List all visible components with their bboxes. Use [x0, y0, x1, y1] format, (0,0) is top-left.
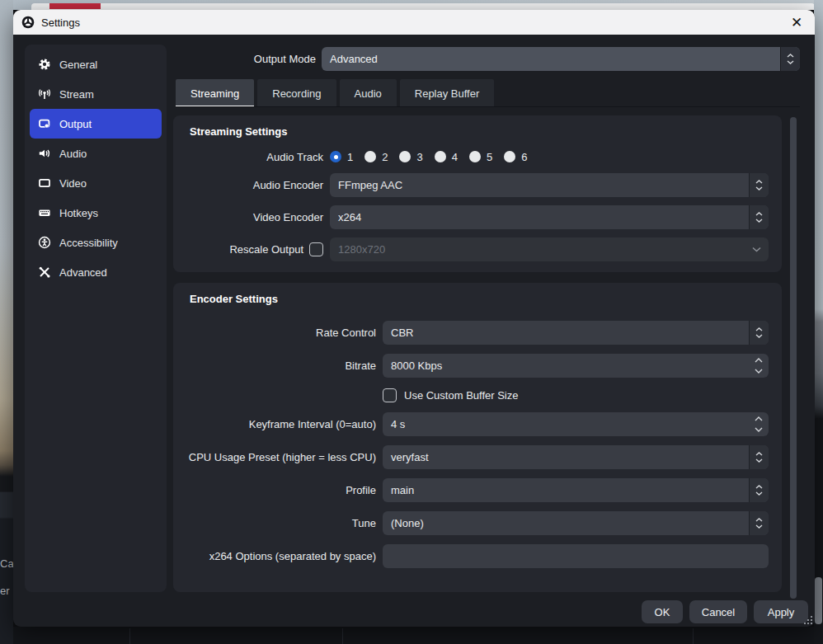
use-custom-buffer-checkbox[interactable] [383, 388, 397, 402]
obs-logo-icon [21, 16, 35, 29]
tune-select[interactable]: (None) [383, 511, 769, 535]
background-clipped-text: er [0, 585, 13, 597]
cancel-button[interactable]: Cancel [689, 600, 747, 623]
radio-selected-icon [330, 151, 341, 162]
x264-options-input[interactable] [383, 544, 769, 568]
spinner-icon [749, 321, 769, 345]
settings-dialog: Settings ✕ General [13, 10, 815, 627]
custom-buffer-row: Use Custom Buffer Size [181, 387, 769, 403]
rescale-output-row: Rescale Output 1280x720 [181, 237, 769, 261]
resize-grip[interactable] [805, 617, 812, 624]
spinner-icon [749, 445, 769, 469]
sidebar-item-hotkeys[interactable]: Hotkeys [30, 198, 162, 228]
radio-icon [399, 151, 411, 162]
keyframe-interval-row: Keyframe Interval (0=auto) 4 s [181, 412, 769, 436]
dialog-titlebar: Settings ✕ [13, 10, 815, 35]
radio-icon [435, 151, 446, 162]
ok-button[interactable]: OK [642, 600, 683, 623]
spinner-icon [749, 173, 769, 197]
rescale-resolution-select[interactable]: 1280x720 [330, 237, 769, 261]
audio-track-row: Audio Track 1 2 3 [181, 148, 769, 165]
settings-scrollbar[interactable] [790, 117, 797, 599]
audio-encoder-row: Audio Encoder FFmpeg AAC [181, 173, 769, 197]
x264-options-row: x264 Options (separated by space) [181, 544, 769, 568]
spinner-icon [780, 47, 800, 71]
output-tab-bar: Streaming Recording Audio Replay Buffer [176, 79, 494, 107]
audio-track-radio-2[interactable]: 2 [364, 151, 388, 163]
background-right-sliver [814, 0, 823, 644]
spinner-icon [749, 511, 769, 535]
radio-icon [364, 151, 376, 162]
profile-select[interactable]: main [383, 478, 769, 502]
chevron-down-icon [752, 247, 761, 252]
sidebar-item-output[interactable]: Output [30, 109, 162, 139]
output-icon [38, 117, 51, 130]
spinner-icon [749, 354, 769, 378]
sidebar-item-audio[interactable]: Audio [30, 139, 162, 168]
tab-audio[interactable]: Audio [340, 79, 397, 107]
cpu-preset-select[interactable]: veryfast [383, 445, 769, 469]
sidebar-item-video[interactable]: Video [30, 168, 162, 198]
close-icon[interactable]: ✕ [778, 10, 815, 35]
monitor-icon [38, 176, 51, 190]
rescale-output-checkbox[interactable] [309, 242, 323, 256]
desktop: Ca er Settings ✕ [0, 0, 823, 644]
audio-encoder-select[interactable]: FFmpeg AAC [330, 173, 769, 197]
apply-button[interactable]: Apply [754, 600, 808, 623]
encoder-settings-group: Encoder Settings Rate Control CBR [173, 283, 782, 592]
background-left-sliver [0, 0, 13, 644]
audio-track-radio-4[interactable]: 4 [435, 151, 458, 163]
background-clipped-text: Ca [0, 557, 13, 570]
tab-streaming[interactable]: Streaming [176, 79, 254, 107]
tab-divider [176, 106, 800, 107]
cpu-preset-row: CPU Usage Preset (higher = less CPU) ver… [181, 445, 769, 469]
sidebar-item-stream[interactable]: Stream [30, 79, 162, 109]
keyboard-icon [38, 206, 51, 219]
audio-track-radio-3[interactable]: 3 [399, 151, 422, 163]
sidebar-item-accessibility[interactable]: Accessibility [30, 228, 162, 257]
output-mode-label: Output Mode [151, 47, 316, 71]
speaker-icon [38, 147, 51, 160]
tab-replay-buffer[interactable]: Replay Buffer [400, 79, 495, 107]
dialog-footer: OK Cancel Apply [642, 600, 808, 623]
background-main-window-strip [0, 627, 823, 644]
bitrate-spinbox[interactable]: 8000 Kbps [383, 354, 769, 378]
dialog-title: Settings [41, 16, 80, 29]
sidebar-item-general[interactable]: General [30, 49, 162, 79]
profile-row: Profile main [181, 478, 769, 502]
settings-sidebar: General Stream Output [25, 45, 167, 592]
gear-icon [38, 58, 51, 71]
sidebar-item-advanced[interactable]: Advanced [30, 257, 162, 287]
spinner-icon [749, 205, 769, 229]
tools-icon [38, 266, 51, 279]
streaming-settings-group: Streaming Settings Audio Track 1 2 [173, 115, 782, 272]
tune-row: Tune (None) [181, 511, 769, 535]
rate-control-row: Rate Control CBR [181, 321, 769, 345]
group-title: Encoder Settings [181, 293, 769, 305]
tab-recording[interactable]: Recording [257, 79, 336, 107]
broadcast-icon [38, 87, 51, 101]
radio-icon [504, 151, 515, 162]
radio-icon [469, 151, 481, 162]
video-encoder-row: Video Encoder x264 [181, 205, 769, 229]
audio-track-radio-1[interactable]: 1 [330, 151, 353, 163]
background-window-titlebar [31, 3, 815, 10]
accessibility-icon [38, 236, 51, 249]
background-red-strip [49, 3, 101, 9]
output-mode-select[interactable]: Advanced [322, 47, 800, 71]
spinner-icon [749, 478, 769, 502]
audio-track-radio-5[interactable]: 5 [469, 151, 492, 163]
video-encoder-select[interactable]: x264 [330, 205, 769, 229]
audio-track-radio-6[interactable]: 6 [504, 151, 527, 163]
spinner-icon [749, 412, 769, 436]
rate-control-select[interactable]: CBR [383, 321, 769, 345]
keyframe-interval-spinbox[interactable]: 4 s [383, 412, 769, 436]
group-title: Streaming Settings [181, 125, 769, 138]
background-scrollbar-thumb [815, 577, 822, 624]
bitrate-row: Bitrate 8000 Kbps [181, 354, 769, 378]
